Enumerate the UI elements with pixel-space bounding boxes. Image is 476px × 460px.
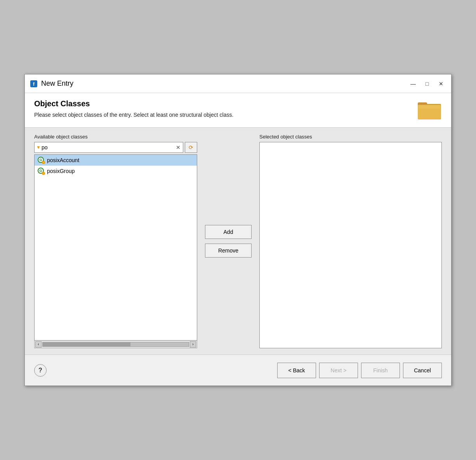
add-button[interactable]: Add [205, 225, 252, 239]
search-row: ▼ ✕ ⟳ [34, 142, 197, 153]
scroll-left-arrow[interactable]: ‹ [35, 341, 42, 348]
selected-list-box[interactable] [259, 142, 442, 348]
selected-label: Selected object classes [259, 134, 442, 140]
refresh-button[interactable]: ⟳ [185, 142, 197, 153]
search-input[interactable] [42, 144, 175, 150]
window-title: New Entry [41, 80, 405, 88]
search-clear-button[interactable]: ✕ [175, 144, 181, 150]
horizontal-scrollbar[interactable]: ‹ › [34, 341, 197, 348]
svg-rect-5 [419, 105, 440, 109]
posix-group-icon: G + [38, 168, 45, 175]
scroll-thumb [43, 342, 130, 346]
list-item[interactable]: G + posixAccount [35, 155, 197, 166]
svg-text:⟳: ⟳ [189, 144, 193, 150]
maximize-button[interactable]: □ [422, 79, 433, 88]
columns-row: Available object classes ▼ ✕ ⟳ [34, 134, 442, 348]
remove-button[interactable]: Remove [205, 244, 252, 258]
middle-panel: Add Remove [197, 134, 259, 348]
back-button[interactable]: < Back [277, 363, 316, 378]
scroll-right-arrow[interactable]: › [190, 341, 196, 348]
object-classes-title: Object Classes [34, 99, 233, 108]
object-classes-description: Please select object classes of the entr… [34, 111, 233, 119]
available-panel: Available object classes ▼ ✕ ⟳ [34, 134, 197, 348]
main-content: Available object classes ▼ ✕ ⟳ [25, 128, 451, 355]
footer: ? < Back Next > Finish Cancel [25, 355, 451, 386]
cancel-button[interactable]: Cancel [403, 363, 442, 378]
window-controls: — □ ✕ [408, 79, 446, 88]
title-bar: f New Entry — □ ✕ [25, 74, 451, 93]
app-icon: f [30, 80, 38, 88]
posix-account-label: posixAccount [47, 157, 79, 163]
posix-group-label: posixGroup [47, 168, 75, 174]
selected-panel: Selected object classes [259, 134, 442, 348]
close-button[interactable]: ✕ [436, 79, 446, 88]
new-entry-dialog: f New Entry — □ ✕ Object Classes Please … [24, 74, 452, 386]
finish-button[interactable]: Finish [361, 363, 400, 378]
help-button[interactable]: ? [34, 364, 47, 377]
header-text: Object Classes Please select object clas… [34, 99, 233, 119]
posix-account-icon: G + [38, 157, 45, 164]
header-section: Object Classes Please select object clas… [25, 93, 451, 128]
folder-icon [417, 99, 442, 121]
search-flag-icon: ▼ [36, 145, 41, 150]
search-input-wrapper[interactable]: ▼ ✕ [34, 142, 183, 153]
svg-text:f: f [33, 81, 35, 87]
next-button[interactable]: Next > [319, 363, 358, 378]
list-item[interactable]: G + posixGroup [35, 166, 197, 176]
scroll-track [42, 342, 189, 347]
minimize-button[interactable]: — [408, 79, 419, 88]
available-label: Available object classes [34, 134, 197, 140]
available-list-box[interactable]: G + posixAccount G + posix [34, 154, 197, 341]
footer-buttons: < Back Next > Finish Cancel [277, 363, 442, 378]
